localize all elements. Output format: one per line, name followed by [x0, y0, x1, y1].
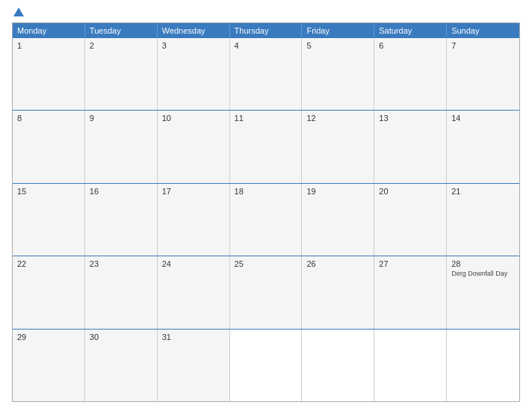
day-number: 7: [451, 41, 515, 50]
day-number: 9: [90, 114, 152, 123]
day-cell: 22: [13, 256, 85, 328]
day-number: 23: [90, 259, 152, 268]
day-number: 17: [162, 187, 225, 196]
day-cell: 12: [302, 111, 374, 182]
header: [12, 9, 520, 16]
day-number: 10: [162, 114, 225, 123]
day-cell: 24: [158, 256, 230, 328]
day-number: 30: [90, 333, 152, 342]
day-number: 15: [17, 187, 80, 196]
day-number: 26: [306, 259, 369, 268]
day-cell: 17: [158, 184, 230, 256]
day-cell: 26: [302, 256, 374, 328]
day-cell: 2: [85, 38, 158, 110]
day-number: 1: [17, 41, 80, 50]
day-number: 31: [162, 333, 225, 342]
day-cell: 6: [374, 38, 447, 110]
day-number: 6: [379, 41, 442, 50]
calendar-body: 1234567891011121314151617181920212223242…: [13, 38, 519, 401]
day-cell: 14: [447, 111, 519, 182]
day-cell: 20: [374, 184, 447, 256]
day-header-monday: Monday: [13, 23, 85, 38]
day-header-thursday: Thursday: [230, 23, 303, 38]
logo-triangle-icon: [13, 7, 24, 16]
week-row-2: 891011121314: [13, 110, 519, 182]
week-row-3: 15161718192021: [13, 183, 519, 256]
day-cell: [374, 330, 447, 401]
day-cell: 27: [374, 256, 447, 328]
day-number: 18: [235, 187, 297, 196]
day-number: 28: [451, 259, 515, 268]
day-cell: 28Derg Downfall Day: [447, 256, 519, 328]
day-cell: 19: [302, 184, 374, 256]
day-headers-row: MondayTuesdayWednesdayThursdayFridaySatu…: [13, 23, 519, 38]
day-cell: 4: [230, 38, 303, 110]
day-cell: 25: [230, 256, 303, 328]
day-number: 2: [90, 41, 152, 50]
day-cell: 31: [158, 330, 230, 401]
day-header-sunday: Sunday: [447, 23, 519, 38]
logo: [12, 9, 24, 16]
day-number: 24: [162, 259, 225, 268]
day-cell: 5: [302, 38, 374, 110]
day-cell: 30: [85, 330, 158, 401]
week-row-4: 22232425262728Derg Downfall Day: [13, 256, 519, 328]
calendar-grid: MondayTuesdayWednesdayThursdayFridaySatu…: [12, 22, 520, 402]
day-cell: 9: [85, 111, 158, 182]
day-cell: [447, 330, 519, 401]
week-row-5: 293031: [13, 329, 519, 401]
day-number: 27: [379, 259, 442, 268]
day-cell: 13: [374, 111, 447, 182]
day-number: 16: [90, 187, 152, 196]
day-cell: 16: [85, 184, 158, 256]
day-number: 19: [306, 187, 369, 196]
day-number: 12: [306, 114, 369, 123]
day-number: 3: [162, 41, 225, 50]
day-cell: 1: [13, 38, 85, 110]
day-cell: 23: [85, 256, 158, 328]
day-number: 8: [17, 114, 80, 123]
day-header-saturday: Saturday: [374, 23, 447, 38]
day-cell: [230, 330, 303, 401]
day-number: 4: [235, 41, 297, 50]
day-header-wednesday: Wednesday: [158, 23, 230, 38]
day-cell: 21: [447, 184, 519, 256]
day-number: 22: [17, 259, 80, 268]
day-number: 21: [451, 187, 515, 196]
logo-general-text: [12, 9, 24, 16]
day-cell: 8: [13, 111, 85, 182]
day-cell: 18: [230, 184, 303, 256]
day-cell: 11: [230, 111, 303, 182]
day-cell: 7: [447, 38, 519, 110]
day-cell: 10: [158, 111, 230, 182]
day-number: 20: [379, 187, 442, 196]
day-number: 29: [17, 333, 80, 342]
day-number: 5: [306, 41, 369, 50]
day-header-friday: Friday: [302, 23, 374, 38]
day-cell: [302, 330, 374, 401]
week-row-1: 1234567: [13, 38, 519, 110]
day-number: 13: [379, 114, 442, 123]
event-label: Derg Downfall Day: [451, 270, 515, 278]
day-number: 14: [451, 114, 515, 123]
day-number: 11: [235, 114, 297, 123]
day-cell: 15: [13, 184, 85, 256]
day-number: 25: [235, 259, 297, 268]
calendar-page: MondayTuesdayWednesdayThursdayFridaySatu…: [0, 0, 532, 411]
day-cell: 3: [158, 38, 230, 110]
day-cell: 29: [13, 330, 85, 401]
day-header-tuesday: Tuesday: [85, 23, 158, 38]
